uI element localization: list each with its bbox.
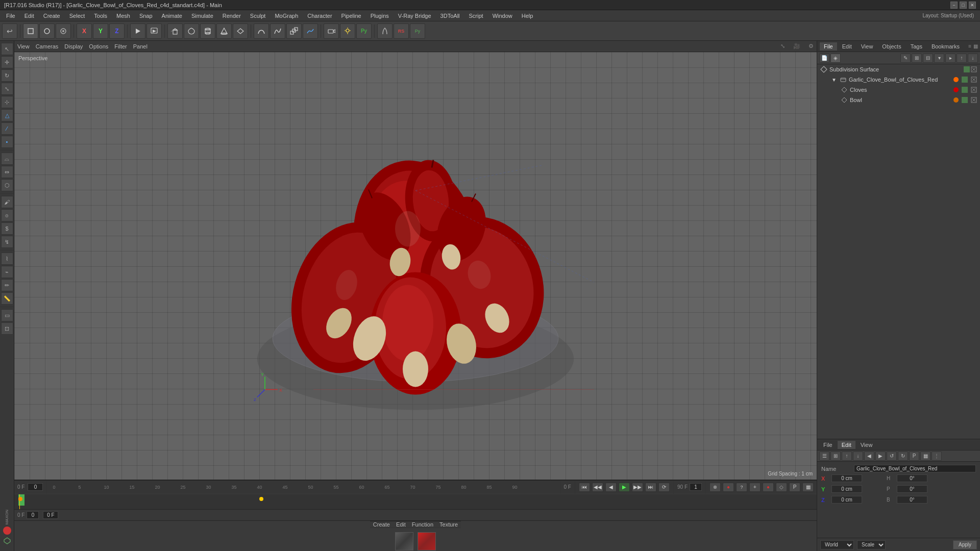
- viewport-camera-icon[interactable]: 🎥: [793, 43, 800, 49]
- timeline-tracks[interactable]: [14, 494, 817, 509]
- apply-button[interactable]: Apply: [953, 540, 977, 549]
- cloner-button[interactable]: [286, 23, 302, 39]
- rt-icon6[interactable]: ↑: [957, 54, 967, 63]
- knife-tool[interactable]: ⌓: [1, 153, 13, 165]
- attr-icon1[interactable]: ☰: [819, 452, 829, 461]
- render-active-view-button[interactable]: [130, 23, 145, 39]
- tab-file[interactable]: File: [819, 42, 838, 51]
- x-position-input[interactable]: [831, 474, 862, 482]
- weight-tool[interactable]: $: [1, 222, 13, 235]
- menu-mesh[interactable]: Mesh: [112, 12, 134, 20]
- menu-render[interactable]: Render: [218, 12, 245, 20]
- viewport-settings-icon[interactable]: ⚙: [808, 43, 814, 49]
- attr-icon8[interactable]: ↻: [898, 452, 908, 461]
- viewport-expand-icon[interactable]: ⤡: [780, 43, 785, 49]
- menu-animate[interactable]: Animate: [158, 12, 186, 20]
- twist-tool[interactable]: ↯: [1, 236, 13, 248]
- menu-window[interactable]: Window: [488, 12, 517, 20]
- attr-name-input[interactable]: [854, 465, 976, 472]
- menu-edit[interactable]: Edit: [20, 12, 38, 20]
- attr-icon4[interactable]: ↓: [853, 452, 863, 461]
- tree-item-garlic-group[interactable]: ▼ Garlic_Clove_Bowl_of_Cloves_Red: [817, 74, 980, 85]
- go-to-start-button[interactable]: ⏮: [579, 483, 590, 492]
- attr-icon11[interactable]: ⋮: [932, 452, 942, 461]
- key3-button[interactable]: ◇: [776, 483, 787, 492]
- scale-tool[interactable]: ⤡: [1, 83, 13, 95]
- menu-character[interactable]: Character: [303, 12, 336, 20]
- menu-tools[interactable]: Tools: [90, 12, 111, 20]
- z-position-input[interactable]: [831, 496, 862, 504]
- rt-icon4[interactable]: ▾: [934, 54, 944, 63]
- minimize-button[interactable]: −: [950, 2, 958, 9]
- h-rotation-input[interactable]: [897, 474, 927, 482]
- right-panel-icon2[interactable]: ▦: [973, 43, 978, 49]
- viewport-menu-panel[interactable]: Panel: [133, 43, 148, 49]
- tab-edit[interactable]: Edit: [838, 42, 856, 51]
- menu-plugins[interactable]: Plugins: [366, 12, 393, 20]
- polygon-mode[interactable]: △: [1, 109, 13, 121]
- y-position-input[interactable]: [831, 485, 862, 493]
- redshift-button[interactable]: RS: [394, 23, 409, 39]
- x-axis-button[interactable]: X: [77, 23, 92, 39]
- go-back-button[interactable]: ◀◀: [592, 483, 603, 492]
- attr-icon10[interactable]: ▦: [920, 452, 930, 461]
- rt-icon2[interactable]: ⊞: [912, 54, 922, 63]
- sphere-tool-button[interactable]: [184, 23, 199, 39]
- rt-icon5[interactable]: ▸: [945, 54, 955, 63]
- material-menu-create[interactable]: Create: [373, 521, 390, 528]
- undo-button[interactable]: ↩: [2, 23, 17, 39]
- y-axis-button[interactable]: Y: [93, 23, 108, 39]
- plane-tool-button[interactable]: [233, 23, 248, 39]
- b-rotation-input[interactable]: [897, 496, 927, 504]
- close-button[interactable]: ✕: [969, 2, 976, 9]
- model-mode-button[interactable]: [23, 23, 38, 39]
- menu-snap[interactable]: Snap: [135, 12, 157, 20]
- tree-item-cloves[interactable]: Cloves: [817, 85, 980, 95]
- attr-icon5[interactable]: ◀: [864, 452, 874, 461]
- tree-item-bowl[interactable]: Bowl: [817, 95, 980, 105]
- axis-mode-button[interactable]: [56, 23, 71, 39]
- menu-3dtoall[interactable]: 3DToAll: [436, 12, 464, 20]
- viewport-menu-display[interactable]: Display: [64, 43, 83, 49]
- tab-view[interactable]: View: [856, 42, 878, 51]
- right-panel-icon1[interactable]: ≡: [968, 43, 971, 49]
- light-button[interactable]: [340, 23, 355, 39]
- move-tool[interactable]: ✛: [1, 56, 13, 68]
- next-frame-button[interactable]: ▶▶: [632, 483, 643, 492]
- rt-new-btn[interactable]: 📄: [819, 54, 829, 63]
- play-button[interactable]: ▶: [619, 483, 630, 492]
- rotate-tool[interactable]: ↻: [1, 69, 13, 82]
- tab-objects[interactable]: Objects: [877, 42, 905, 51]
- material-bowl[interactable]: Bowl: [395, 532, 413, 551]
- texture-brush[interactable]: ⊡: [1, 322, 13, 335]
- loop-button[interactable]: ⟳: [658, 483, 670, 492]
- attr-icon3[interactable]: ↑: [842, 452, 852, 461]
- rt-icon3[interactable]: ⊟: [923, 54, 933, 63]
- floor-tool[interactable]: ▭: [1, 309, 13, 321]
- draw-tool[interactable]: ✏: [1, 279, 13, 291]
- prev-frame-button[interactable]: ◀: [605, 483, 617, 492]
- cone-tool-button[interactable]: [216, 23, 232, 39]
- scale-select[interactable]: Scale: [857, 540, 886, 549]
- render-to-picture-button[interactable]: [146, 23, 162, 39]
- red-dot-button[interactable]: ●: [723, 483, 734, 492]
- tree-item-subdivision[interactable]: Subdivision Surface: [817, 64, 980, 74]
- attr-tab-file[interactable]: File: [819, 441, 837, 449]
- material-menu-function[interactable]: Function: [412, 521, 433, 528]
- attr-icon9[interactable]: P: [909, 452, 919, 461]
- help-button[interactable]: ?: [736, 483, 747, 492]
- point-mode[interactable]: •: [1, 136, 13, 148]
- menu-create[interactable]: Create: [39, 12, 64, 20]
- extrude-tool[interactable]: ⬡: [1, 179, 13, 191]
- sculpt-tool[interactable]: ⌾: [1, 209, 13, 221]
- frame-input-2[interactable]: [27, 511, 39, 519]
- key2-button[interactable]: ●: [763, 483, 774, 492]
- material-menu-texture[interactable]: Texture: [439, 521, 458, 528]
- viewport-menu-filter[interactable]: Filter: [114, 43, 127, 49]
- key-button[interactable]: +: [749, 483, 761, 492]
- attr-icon7[interactable]: ↺: [887, 452, 897, 461]
- ruler-tool[interactable]: 📏: [1, 292, 13, 305]
- menu-pipeline[interactable]: Pipeline: [337, 12, 365, 20]
- python-button[interactable]: Py: [356, 23, 372, 39]
- menu-vray[interactable]: V-Ray Bridge: [394, 12, 435, 20]
